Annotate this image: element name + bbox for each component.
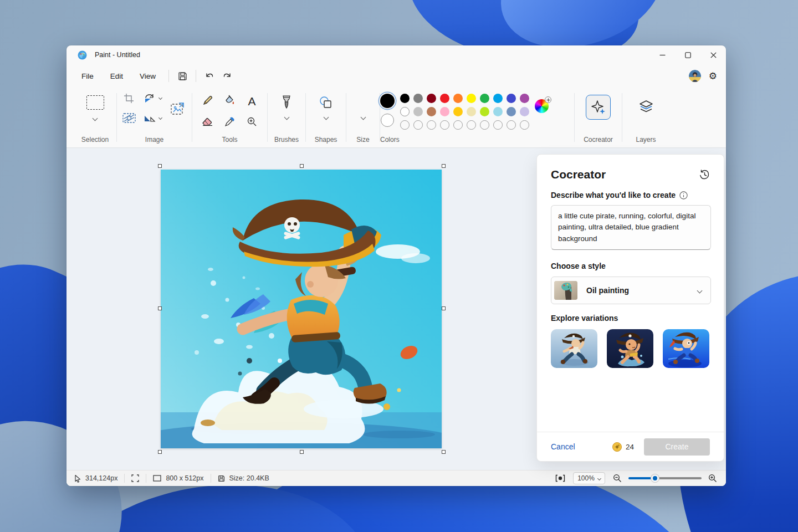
layers-icon[interactable] (638, 99, 654, 115)
color-swatch[interactable] (440, 107, 449, 116)
empty-color-slot[interactable] (413, 120, 423, 130)
empty-color-slot[interactable] (520, 120, 529, 130)
magnifier-tool-icon[interactable] (247, 116, 257, 129)
settings-gear-icon[interactable]: ⚙ (709, 71, 717, 81)
empty-color-slot[interactable] (453, 120, 463, 130)
info-icon[interactable] (679, 191, 688, 200)
color-swatch[interactable] (493, 94, 503, 103)
empty-color-slot[interactable] (467, 120, 476, 130)
variation-thumbnail-2[interactable] (607, 329, 653, 368)
variation-thumbnail-1[interactable] (551, 329, 597, 368)
shapes-icon[interactable] (319, 94, 333, 111)
account-avatar[interactable] (689, 70, 701, 82)
color-swatch[interactable] (427, 107, 436, 116)
color-swatch[interactable] (507, 94, 516, 103)
selection-handle[interactable] (158, 450, 162, 454)
selection-tool-icon[interactable] (86, 95, 104, 110)
color-swatch[interactable] (493, 107, 503, 116)
selection-handle[interactable] (442, 306, 446, 310)
chevron-down-icon[interactable] (323, 115, 329, 120)
create-button[interactable]: Create (644, 438, 710, 456)
color-swatch[interactable] (453, 107, 463, 116)
crop-icon[interactable] (124, 93, 134, 104)
selection-handle[interactable] (442, 450, 446, 454)
empty-color-slot[interactable] (493, 120, 503, 130)
color-swatch[interactable] (453, 94, 463, 103)
credits-coin-icon (612, 442, 622, 452)
fill-tool-icon[interactable] (224, 95, 236, 108)
flip-icon[interactable] (144, 114, 156, 123)
resize-image-icon[interactable] (170, 102, 185, 116)
line-size-icon[interactable] (356, 94, 370, 111)
menu-file[interactable]: File (73, 69, 102, 84)
chevron-down-icon[interactable] (93, 116, 98, 121)
zoom-slider-track[interactable] (628, 477, 702, 479)
canvas-image[interactable] (161, 170, 442, 448)
menu-edit[interactable]: Edit (102, 69, 131, 84)
selection-group: Selection (74, 88, 116, 147)
menu-view[interactable]: View (131, 69, 164, 84)
empty-color-slot[interactable] (400, 120, 410, 130)
color-swatch[interactable] (480, 94, 489, 103)
rotate-icon[interactable] (144, 93, 156, 103)
minimize-button[interactable] (649, 45, 675, 64)
image-group: Image (117, 88, 192, 147)
cursor-position-icon (74, 474, 81, 483)
save-button[interactable] (173, 68, 191, 84)
chevron-down-icon[interactable] (360, 115, 366, 120)
chevron-down-icon[interactable] (158, 96, 162, 100)
chevron-down-icon[interactable] (158, 116, 162, 120)
fit-to-window-icon[interactable] (555, 474, 565, 482)
empty-color-slot[interactable] (427, 120, 436, 130)
pencil-tool-icon[interactable] (202, 95, 213, 108)
edit-colors-button[interactable] (535, 99, 549, 113)
color-swatch[interactable] (400, 107, 410, 116)
redo-button[interactable] (218, 68, 236, 84)
brush-icon[interactable] (281, 94, 292, 111)
style-dropdown[interactable]: Oil painting (551, 277, 711, 304)
cocreator-button[interactable] (586, 95, 611, 120)
color-swatch[interactable] (520, 107, 529, 116)
prompt-input[interactable]: a little cute pirate, running, colorful,… (551, 205, 711, 250)
color-swatch[interactable] (400, 94, 410, 103)
background-color-swatch[interactable] (381, 114, 394, 127)
zoom-level-dropdown[interactable]: 100% (573, 472, 605, 484)
zoom-out-icon[interactable] (613, 474, 622, 483)
color-swatch[interactable] (467, 107, 476, 116)
selection-handle[interactable] (158, 164, 162, 168)
color-swatch[interactable] (520, 94, 529, 103)
empty-color-slot[interactable] (440, 120, 449, 130)
zoom-slider[interactable] (628, 474, 702, 482)
group-label: Brushes (274, 136, 299, 144)
text-tool-icon[interactable]: A (248, 95, 255, 108)
remove-background-icon[interactable] (122, 113, 136, 123)
close-button[interactable] (700, 45, 726, 64)
chevron-down-icon[interactable] (284, 115, 289, 120)
empty-color-slot[interactable] (507, 120, 516, 130)
color-swatch[interactable] (440, 94, 449, 103)
selection-handle[interactable] (300, 164, 304, 168)
color-swatch[interactable] (413, 107, 423, 116)
selection-handle[interactable] (158, 306, 162, 310)
shapes-group: Shapes (306, 88, 346, 147)
canvas-size-icon (153, 475, 161, 482)
color-swatch[interactable] (413, 94, 423, 103)
color-swatch[interactable] (427, 94, 436, 103)
maximize-button[interactable] (675, 45, 700, 64)
color-swatch[interactable] (507, 107, 516, 116)
zoom-in-icon[interactable] (708, 474, 717, 483)
layers-group: Layers (622, 88, 669, 147)
color-swatch[interactable] (480, 107, 489, 116)
cancel-button[interactable]: Cancel (551, 442, 575, 451)
variation-thumbnail-3[interactable] (663, 329, 709, 368)
eraser-tool-icon[interactable] (202, 116, 213, 129)
empty-color-slot[interactable] (480, 120, 489, 130)
undo-button[interactable] (201, 68, 218, 84)
foreground-color-swatch[interactable] (380, 94, 395, 108)
selection-handle[interactable] (442, 164, 446, 168)
eyedropper-tool-icon[interactable] (224, 116, 235, 129)
selection-handle[interactable] (300, 450, 304, 454)
color-swatch[interactable] (467, 94, 476, 103)
history-icon[interactable] (699, 169, 710, 180)
zoom-slider-thumb[interactable] (651, 474, 659, 482)
